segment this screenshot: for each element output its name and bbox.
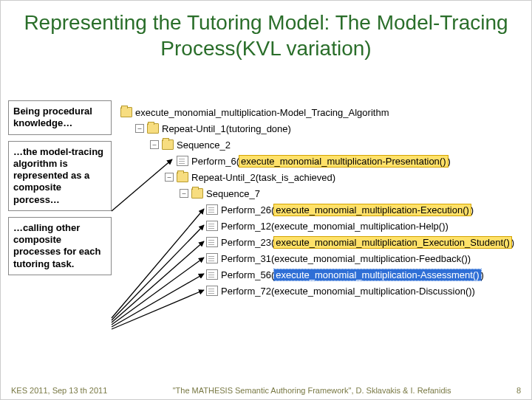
slide-title: Representing the Tutoring Model: The Mod…	[1, 1, 531, 61]
expand-icon[interactable]: –	[180, 189, 188, 198]
footer-left: KES 2011, Sep 13 th 2011	[11, 386, 107, 395]
tree-item[interactable]: Perform_56(execute_monomial_multiplicati…	[120, 266, 519, 283]
tree-label: Sequence_2	[177, 139, 231, 151]
tree-label: execute_monomial_multiplication-Model_Tr…	[135, 107, 389, 118]
highlight-yellow: execute_monomial_multiplication-Executio…	[274, 204, 471, 215]
label-prefix: Perform_26(	[221, 204, 274, 215]
highlight-yellow: execute_monomial_multiplication-Presenta…	[239, 156, 447, 167]
slide-number: 8	[516, 386, 521, 395]
tree-label: Perform_72(execute_monomial_multiplicati…	[221, 286, 475, 297]
expand-icon[interactable]: –	[135, 124, 144, 133]
leaf-icon	[206, 204, 218, 215]
leaf-icon	[206, 253, 218, 263]
leaf-icon	[206, 286, 218, 296]
leaf-icon	[206, 221, 218, 231]
tree-label: Perform_23(execute_monomial_multiplicati…	[221, 237, 514, 248]
label-prefix: Perform_6(	[191, 156, 239, 167]
expand-icon[interactable]: –	[165, 173, 174, 182]
tree-view: execute_monomial_multiplication-Model_Tr…	[120, 104, 519, 299]
tree-item[interactable]: Perform_23(execute_monomial_multiplicati…	[120, 234, 519, 250]
leaf-icon	[206, 237, 218, 247]
side-note-3: …calling other composite processes for e…	[8, 217, 112, 275]
expand-icon[interactable]: –	[150, 140, 159, 149]
label-suffix: )	[448, 156, 451, 167]
tree-label: Perform_56(execute_monomial_multiplicati…	[221, 269, 484, 280]
tree-item[interactable]: – Sequence_2	[120, 137, 519, 153]
tree-label: Perform_12(execute_monomial_multiplicati…	[221, 221, 449, 232]
tree-label: Repeat-Until_2(task_is_achieved)	[191, 172, 335, 183]
tree-item[interactable]: Perform_26(execute_monomial_multiplicati…	[120, 201, 519, 218]
highlight-yellow: execute_monomial_multiplication_Executio…	[274, 237, 511, 248]
side-note-2: …the model-tracing algorithm is represen…	[8, 141, 112, 211]
tree-label: Perform_26(execute_monomial_multiplicati…	[221, 204, 474, 215]
tree-item[interactable]: Perform_6(execute_monomial_multiplicatio…	[120, 153, 519, 169]
folder-icon	[162, 139, 174, 150]
footer-center: "The MATHESIS Semantic Authoring Framewo…	[107, 386, 516, 395]
label-prefix: Perform_23(	[221, 237, 274, 248]
tree-item[interactable]: Perform_31(execute_monomial_multiplicati…	[120, 250, 519, 266]
tree-label: Perform_31(execute_monomial_multiplicati…	[221, 253, 471, 264]
tree-label: Sequence_7	[206, 188, 260, 199]
highlight-blue-selection: execute_monomial_multiplication-Assessme…	[274, 269, 480, 280]
folder-icon	[177, 172, 188, 182]
leaf-icon	[206, 269, 218, 280]
tree-item[interactable]: – Repeat-Until_1(tutoring_done)	[120, 120, 519, 137]
folder-icon	[191, 188, 203, 199]
tree-item-root[interactable]: execute_monomial_multiplication-Model_Tr…	[120, 104, 519, 120]
folder-icon	[120, 107, 132, 117]
tree-label: Repeat-Until_1(tutoring_done)	[162, 123, 291, 134]
tree-item[interactable]: – Repeat-Until_2(task_is_achieved)	[120, 169, 519, 185]
tree-item[interactable]: Perform_12(execute_monomial_multiplicati…	[120, 218, 519, 234]
label-suffix: )	[511, 237, 514, 248]
tree-label: Perform_6(execute_monomial_multiplicatio…	[191, 156, 451, 167]
label-suffix: )	[471, 204, 474, 215]
label-suffix: )	[481, 269, 484, 280]
tree-item[interactable]: Perform_72(execute_monomial_multiplicati…	[120, 283, 519, 299]
side-note-1: Being procedural knowledge…	[8, 100, 112, 135]
slide-footer: KES 2011, Sep 13 th 2011 "The MATHESIS S…	[1, 386, 531, 395]
leaf-icon	[177, 156, 188, 166]
folder-icon	[147, 123, 159, 134]
label-prefix: Perform_56(	[221, 269, 274, 280]
tree-item[interactable]: – Sequence_7	[120, 185, 519, 201]
